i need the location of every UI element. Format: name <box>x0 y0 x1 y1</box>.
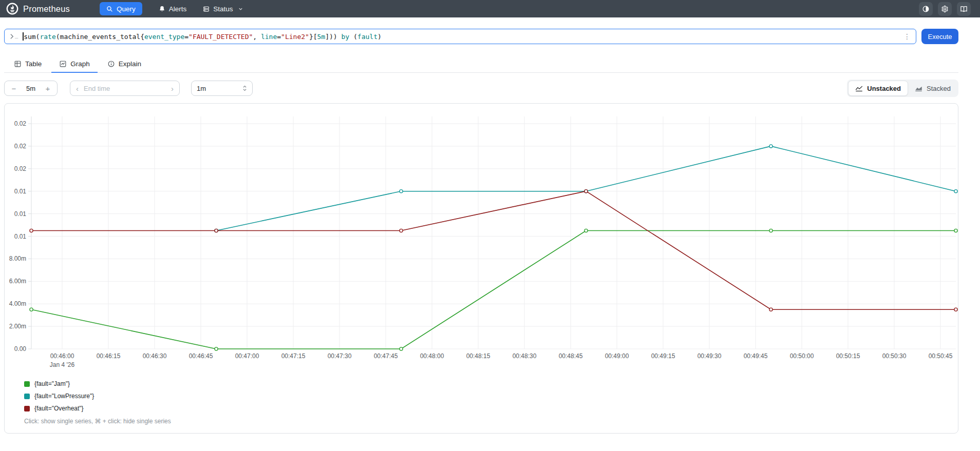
series-line-2 <box>31 191 956 310</box>
panel-tabs: Table Graph Explain <box>4 56 958 73</box>
query-token: )) <box>329 33 341 41</box>
x-tick-label: 00:46:15 <box>97 352 121 360</box>
bell-icon <box>159 6 165 12</box>
tab-graph[interactable]: Graph <box>51 56 98 72</box>
end-time-placeholder: End time <box>84 85 171 92</box>
table-icon <box>14 60 22 68</box>
query-token: { <box>140 33 144 41</box>
x-tick-label: 00:47:15 <box>281 352 306 360</box>
resolution-select[interactable]: 1m <box>191 81 253 96</box>
x-tick-label: 00:50:45 <box>929 352 953 360</box>
y-tick-label: 0.02 <box>14 120 27 127</box>
y-tick-label: 0.02 <box>14 143 27 150</box>
theme-toggle-button[interactable] <box>919 2 933 16</box>
query-token: ] <box>325 33 329 41</box>
query-input[interactable]: _ sum(rate(machine_events_total{event_ty… <box>4 29 916 44</box>
select-chevrons-icon <box>242 85 247 92</box>
x-tick-label: 00:49:15 <box>651 352 675 360</box>
stacked-option[interactable]: Stacked <box>908 81 957 96</box>
query-token: machine_events_total <box>60 33 141 41</box>
unstacked-option[interactable]: Unstacked <box>848 81 908 96</box>
theme-toggle-icon <box>922 5 930 13</box>
y-tick-label: 0.02 <box>14 165 27 172</box>
x-tick-label: 00:50:15 <box>836 352 860 360</box>
x-tick-label: 00:46:45 <box>189 352 213 360</box>
query-token: } <box>309 33 313 41</box>
x-tick-label: 00:48:45 <box>559 352 583 360</box>
query-token: rate <box>40 33 55 41</box>
legend-label: {fault="LowPressure"} <box>34 393 94 400</box>
book-icon <box>960 5 968 13</box>
terminal-prompt-icon: _ <box>10 33 18 40</box>
legend-item[interactable]: {fault="Overheat"} <box>24 402 94 415</box>
legend-hint: Click: show single series, ⌘ + click: hi… <box>24 418 171 425</box>
y-tick-label: 0.01 <box>14 188 27 195</box>
query-token: fault <box>357 33 378 41</box>
query-token: = <box>277 33 281 41</box>
query-token: line <box>261 33 277 41</box>
legend-swatch <box>24 406 30 411</box>
kebab-menu-icon[interactable]: ⋮ <box>903 33 911 40</box>
x-tick-label: 00:49:45 <box>744 352 768 360</box>
navbar: Prometheus Query Alerts Status <box>0 0 980 17</box>
query-token: ( <box>349 33 357 41</box>
x-tick-label: 00:48:30 <box>513 352 537 360</box>
tab-explain-label: Explain <box>119 60 141 68</box>
end-time-picker[interactable]: ‹ End time › <box>70 81 180 96</box>
x-tick-label: 00:48:15 <box>466 352 491 360</box>
y-tick-label: 6.00m <box>9 278 26 285</box>
range-value[interactable]: 5m <box>26 85 35 92</box>
legend-item[interactable]: {fault="LowPressure"} <box>24 390 94 402</box>
query-token: by <box>342 33 350 41</box>
x-tick-label: 00:46:00 <box>50 352 74 360</box>
tab-explain[interactable]: Explain <box>100 56 149 72</box>
nav-status-menu[interactable]: Status <box>203 5 243 13</box>
query-token: ) <box>378 33 382 41</box>
query-token: 5m <box>317 33 326 41</box>
chart-svg: 0.020.020.020.010.010.018.00m6.00m4.00m2… <box>5 104 958 376</box>
time-back-icon[interactable]: ‹ <box>76 84 79 93</box>
nav-status-label: Status <box>213 5 233 13</box>
tab-graph-label: Graph <box>70 60 90 68</box>
range-increase-button[interactable]: + <box>44 84 51 93</box>
query-expression: sum(rate(machine_events_total{event_type… <box>24 33 382 41</box>
legend-swatch <box>24 394 30 399</box>
series-line-0 <box>31 231 956 349</box>
graph-icon <box>59 60 67 68</box>
legend-item[interactable]: {fault="Jam"} <box>24 378 94 390</box>
nav-query-button[interactable]: Query <box>100 2 142 15</box>
resolution-value: 1m <box>197 85 206 92</box>
query-token: , <box>253 33 261 41</box>
y-tick-label: 2.00m <box>9 323 26 330</box>
settings-button[interactable] <box>938 2 952 16</box>
x-tick-label: 00:49:00 <box>605 352 629 360</box>
tab-table[interactable]: Table <box>6 56 49 72</box>
query-token: ( <box>56 33 60 41</box>
x-tick-label: 00:47:00 <box>235 352 259 360</box>
x-tick-label: 00:47:45 <box>374 352 398 360</box>
time-forward-icon[interactable]: › <box>171 84 174 93</box>
x-tick-label: 00:50:00 <box>790 352 814 360</box>
range-decrease-button[interactable]: − <box>10 84 17 93</box>
query-token: [ <box>313 33 317 41</box>
x-tick-label: 00:46:30 <box>143 352 167 360</box>
nav-alerts-button[interactable]: Alerts <box>159 5 187 13</box>
brand: Prometheus <box>6 3 70 15</box>
docs-button[interactable] <box>957 2 971 16</box>
legend-swatch <box>24 381 30 387</box>
x-tick-label: 00:48:00 <box>420 352 444 360</box>
execute-button[interactable]: Execute <box>921 29 958 44</box>
y-tick-label: 0.01 <box>14 233 27 240</box>
nav-query-label: Query <box>117 5 136 13</box>
query-token: = <box>184 33 189 41</box>
legend-label: {fault="Jam"} <box>34 380 70 387</box>
stacked-label: Stacked <box>927 85 951 92</box>
x-date-label: Jan 4 '26 <box>50 361 75 368</box>
gear-icon <box>941 5 949 13</box>
x-tick-label: 00:49:30 <box>698 352 722 360</box>
x-tick-label: 00:47:30 <box>328 352 352 360</box>
chart-legend: {fault="Jam"}{fault="LowPressure"}{fault… <box>24 378 94 415</box>
y-tick-label: 4.00m <box>9 300 26 307</box>
range-selector: − 5m + <box>4 81 58 96</box>
series-markers-1 <box>215 145 957 232</box>
